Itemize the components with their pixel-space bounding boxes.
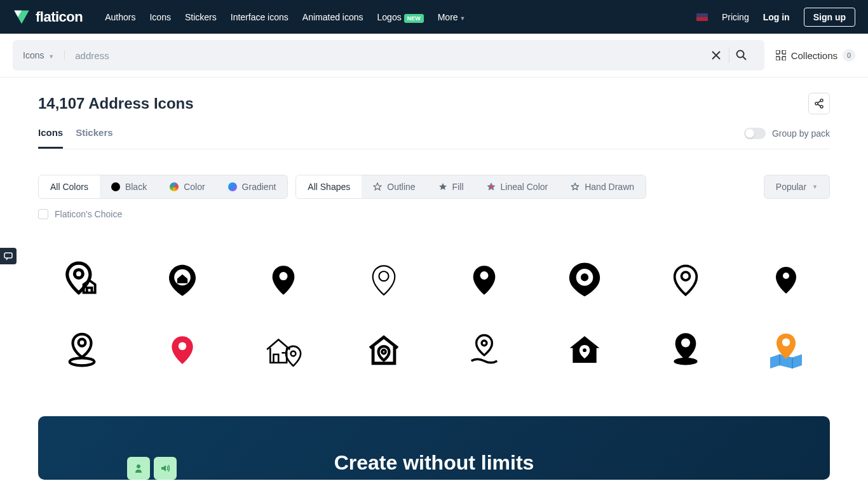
page-title: 14,107 Address Icons: [38, 95, 194, 112]
house-pin-icon: [264, 330, 303, 369]
house-pin-bold-icon: [365, 331, 402, 368]
pin-thin-outline-icon: [367, 263, 400, 296]
signup-button[interactable]: Sign up: [804, 8, 855, 27]
icon-result[interactable]: [340, 321, 428, 378]
pin-on-map-color-icon: [767, 330, 805, 369]
filter-hand-drawn[interactable]: Hand Drawn: [559, 175, 646, 198]
svg-point-19: [179, 342, 187, 351]
icon-result[interactable]: [440, 321, 528, 378]
shape-filter: All Shapes Outline Fill Lineal Color Han…: [295, 175, 646, 199]
pin-house-icon: [62, 260, 102, 299]
svg-point-12: [480, 271, 489, 280]
svg-point-5: [820, 99, 823, 102]
logo-text: flaticon: [36, 9, 83, 25]
main-nav: Authors Icons Stickers Interface icons A…: [105, 12, 465, 22]
icon-result[interactable]: [541, 251, 628, 308]
tabs-row: Icons Stickers Group by pack: [38, 127, 830, 149]
sort-dropdown[interactable]: Popular▼: [764, 175, 830, 199]
promo-banner[interactable]: Create without limits: [38, 416, 830, 480]
share-button[interactable]: [808, 93, 830, 114]
filter-outline[interactable]: Outline: [362, 175, 426, 198]
flaticon-choice-checkbox[interactable]: [38, 209, 48, 219]
star-hand-icon: [571, 182, 580, 191]
filters-row: All Colors Black Color Gradient All Shap…: [38, 175, 830, 199]
svg-rect-4: [782, 57, 786, 60]
pin-on-map-outline-icon: [64, 331, 100, 368]
color-swatch-icon: [170, 182, 179, 191]
login-button[interactable]: Log in: [763, 12, 790, 22]
icon-result[interactable]: [642, 321, 729, 378]
nav-stickers[interactable]: Stickers: [185, 12, 217, 22]
logo[interactable]: flaticon: [13, 8, 83, 26]
search-type-dropdown[interactable]: Icons ▼: [23, 50, 65, 60]
search-bar: Icons ▼: [13, 40, 764, 71]
clear-search-button[interactable]: [703, 51, 729, 60]
nav-pricing[interactable]: Pricing: [722, 12, 749, 22]
svg-point-6: [815, 102, 818, 105]
nav-more[interactable]: More▼: [438, 12, 466, 22]
house-pin-solid-icon: [567, 332, 602, 367]
chevron-down-icon: ▼: [48, 53, 54, 60]
icon-result[interactable]: [240, 251, 327, 308]
star-fill-icon: [438, 182, 447, 191]
icon-result[interactable]: [38, 321, 126, 378]
filter-fill[interactable]: Fill: [427, 175, 475, 198]
grid-icon: [776, 50, 786, 60]
pin-on-spot-icon: [668, 332, 703, 367]
icon-grid: [38, 251, 830, 378]
icon-result[interactable]: [642, 251, 729, 308]
nav-logos[interactable]: LogosNEW: [377, 12, 424, 22]
svg-point-16: [783, 273, 789, 279]
black-swatch-icon: [111, 182, 120, 191]
icon-result[interactable]: [742, 321, 830, 378]
pin-outline-icon: [669, 263, 702, 296]
nav-authors[interactable]: Authors: [105, 12, 135, 22]
svg-point-17: [79, 339, 86, 346]
pin-home-icon: [165, 262, 200, 297]
language-flag-icon[interactable]: [696, 13, 708, 21]
svg-point-25: [681, 339, 690, 348]
icon-result[interactable]: [38, 251, 126, 308]
search-button[interactable]: [729, 48, 754, 63]
svg-point-10: [279, 272, 287, 280]
filter-gradient[interactable]: Gradient: [217, 175, 288, 198]
share-icon: [814, 98, 824, 109]
filter-all-shapes[interactable]: All Shapes: [296, 175, 362, 198]
svg-point-11: [379, 271, 388, 281]
filter-black[interactable]: Black: [100, 175, 158, 198]
icon-result[interactable]: [440, 251, 528, 308]
nav-icons[interactable]: Icons: [149, 12, 170, 22]
icon-result[interactable]: [340, 251, 428, 308]
tab-icons[interactable]: Icons: [38, 127, 63, 149]
svg-point-14: [581, 273, 588, 281]
icon-result[interactable]: [541, 321, 628, 378]
svg-point-18: [70, 358, 95, 365]
collections-button[interactable]: Collections 0: [776, 49, 855, 62]
group-by-pack-switch[interactable]: [744, 128, 766, 139]
tab-stickers[interactable]: Stickers: [76, 127, 112, 149]
filter-color[interactable]: Color: [158, 175, 216, 198]
filter-lineal-color[interactable]: Lineal Color: [475, 175, 560, 198]
search-input[interactable]: [65, 50, 703, 61]
content: 14,107 Address Icons Icons Stickers Grou…: [0, 78, 868, 480]
filter-all-colors[interactable]: All Colors: [39, 175, 100, 198]
svg-rect-1: [776, 50, 780, 54]
star-color-icon: [487, 182, 496, 191]
person-icon: [133, 463, 144, 473]
icon-result[interactable]: [742, 251, 830, 308]
flaticon-choice: Flaticon's Choice: [38, 209, 830, 219]
feedback-button[interactable]: [0, 248, 17, 264]
svg-point-21: [382, 350, 386, 354]
logo-icon: [13, 8, 31, 26]
icon-result[interactable]: [240, 321, 327, 378]
nav-interface-icons[interactable]: Interface icons: [231, 12, 288, 22]
chevron-down-icon: ▼: [812, 184, 818, 190]
icon-result[interactable]: [139, 251, 226, 308]
svg-point-22: [482, 341, 487, 346]
pin-on-wave-icon: [467, 332, 501, 367]
nav-animated-icons[interactable]: Animated icons: [302, 12, 363, 22]
svg-point-7: [820, 105, 823, 108]
color-filter: All Colors Black Color Gradient: [38, 175, 288, 199]
group-by-pack-label: Group by pack: [772, 128, 830, 139]
icon-result[interactable]: [139, 321, 226, 378]
